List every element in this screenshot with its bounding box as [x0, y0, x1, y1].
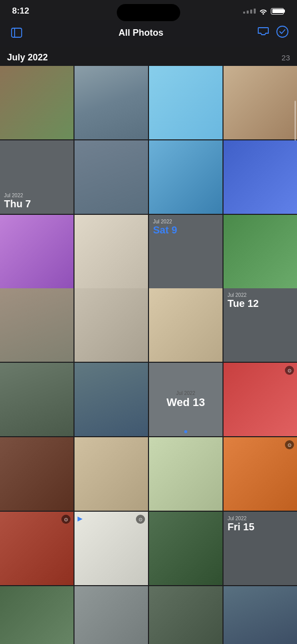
date-yearmonth-tue12: Jul 2022 — [228, 292, 293, 298]
photo-cell[interactable] — [0, 586, 73, 644]
photo-cell[interactable] — [0, 363, 73, 436]
photo-cell[interactable] — [149, 586, 222, 644]
svg-rect-0 — [12, 28, 22, 37]
photo-cell[interactable] — [149, 140, 222, 214]
status-bar: 8:12 — [0, 0, 297, 20]
photo-cell[interactable] — [149, 437, 222, 511]
date-day: Thu 7 — [4, 198, 69, 210]
checkmark-circle-button[interactable] — [276, 25, 289, 40]
status-time: 8:12 — [12, 6, 29, 16]
photo-cell[interactable] — [149, 288, 222, 362]
photo-cell[interactable] — [224, 66, 297, 139]
photo-cell[interactable] — [0, 437, 73, 511]
section-count-july: 23 — [281, 53, 290, 62]
dynamic-island — [117, 4, 180, 21]
date-cell-thu7: Jul 2022 Thu 7 — [0, 140, 73, 214]
photo-cell[interactable] — [224, 215, 297, 288]
date-day-sat9: Sat 9 — [153, 224, 218, 236]
date-yearmonth-fri15: Jul 2022 — [228, 516, 293, 521]
photo-cell[interactable] — [75, 140, 148, 214]
date-day-fri15: Fri 15 — [228, 521, 293, 533]
photo-cell[interactable] — [75, 586, 148, 644]
date-cell-tue12: Jul 2022 Tue 12 — [224, 288, 297, 362]
location-icon-4: ⊙ — [136, 515, 145, 524]
location-icon-3: ⊙ — [61, 515, 70, 524]
date-day-tue12: Tue 12 — [228, 298, 293, 309]
photo-cell[interactable] — [149, 512, 222, 585]
date-day-wed13: Wed 13 — [167, 396, 205, 409]
wifi-icon — [259, 8, 268, 15]
date-cell-sat9: Jul 2022 Sat 9 — [149, 215, 222, 288]
section-header-july: July 2022 23 — [0, 47, 297, 66]
photo-cell[interactable] — [75, 437, 148, 511]
page-title: All Photos — [119, 28, 164, 38]
photo-cell[interactable] — [0, 288, 73, 362]
photo-cell[interactable] — [224, 586, 297, 644]
blue-dot — [184, 430, 187, 433]
photo-cell[interactable] — [224, 140, 297, 214]
battery-icon — [271, 8, 285, 15]
nav-right-icons — [257, 25, 289, 40]
location-icon-2: ⊙ — [285, 440, 294, 449]
sidebar-button[interactable] — [8, 24, 25, 41]
date-yearmonth-sat9: Jul 2022 — [153, 219, 218, 224]
photo-cell[interactable] — [75, 215, 148, 288]
photo-cell[interactable] — [0, 66, 73, 139]
photo-cell[interactable] — [75, 66, 148, 139]
photo-cell[interactable] — [75, 363, 148, 436]
photo-cell[interactable]: ⊙ — [224, 437, 297, 511]
location-icon: ⊙ — [285, 366, 294, 375]
navigation-bar: All Photos — [0, 20, 297, 47]
section-title-july: July 2022 — [7, 52, 48, 63]
status-icons — [243, 8, 285, 15]
photo-cell[interactable] — [149, 66, 222, 139]
inbox-button[interactable] — [257, 25, 270, 40]
photo-cell[interactable]: ⊙ — [0, 512, 73, 585]
scroll-indicator — [294, 101, 296, 141]
date-cell-wed13: Jul 2022 Wed 13 — [149, 363, 222, 436]
date-yearmonth: Jul 2022 — [4, 193, 69, 198]
photo-cell[interactable]: ⊙ — [224, 363, 297, 436]
photo-cell[interactable]: ⊙ ▶ — [75, 512, 148, 585]
date-cell-fri15: Jul 2022 Fri 15 — [224, 512, 297, 585]
photo-cell[interactable] — [0, 215, 73, 288]
svg-point-2 — [277, 26, 288, 37]
photo-cell[interactable] — [75, 288, 148, 362]
signal-icon — [243, 9, 256, 14]
date-yearmonth-wed13: Jul 2022 — [176, 390, 195, 396]
